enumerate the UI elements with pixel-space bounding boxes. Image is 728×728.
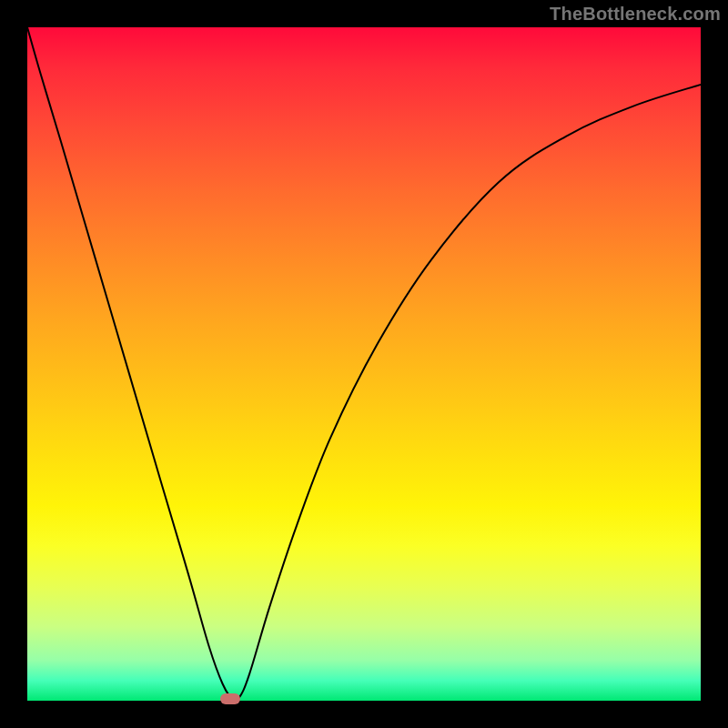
- chart-frame: TheBottleneck.com: [0, 0, 728, 728]
- bottleneck-curve-path: [27, 27, 701, 701]
- plot-area: [27, 27, 701, 701]
- bottleneck-marker: [220, 693, 240, 704]
- chart-curve: [27, 27, 701, 701]
- watermark-text: TheBottleneck.com: [550, 4, 721, 25]
